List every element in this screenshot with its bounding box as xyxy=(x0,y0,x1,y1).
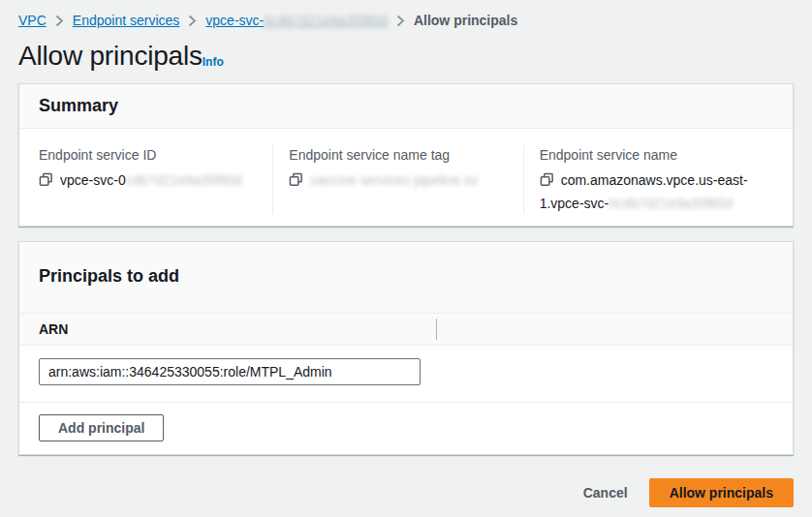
principals-card: Principals to add ARN Add principal xyxy=(18,241,794,455)
copy-icon[interactable] xyxy=(540,171,554,193)
column-header-arn: ARN xyxy=(19,319,437,340)
cancel-button[interactable]: Cancel xyxy=(570,479,641,506)
principals-table-header: ARN xyxy=(19,313,793,346)
breadcrumb-service-id-prefix: vpce-svc- xyxy=(205,13,264,28)
summary-body: Endpoint service ID vpce-svc-0c4b7d21e9a… xyxy=(19,129,793,226)
principals-heading: Principals to add xyxy=(39,266,773,287)
value-redacted: vaccine services pipeline sv xyxy=(310,172,478,188)
principals-card-footer: Add principal xyxy=(19,402,793,454)
copy-icon[interactable] xyxy=(289,171,303,193)
field-value: com.amazonaws.vpce.us-east-1.vpce-svc-0c… xyxy=(540,169,758,214)
breadcrumb-link-vpc[interactable]: VPC xyxy=(18,13,47,28)
copy-icon[interactable] xyxy=(39,171,53,193)
field-label: Endpoint service name tag xyxy=(289,145,507,165)
arn-input[interactable] xyxy=(39,358,421,385)
principal-row xyxy=(19,346,793,402)
summary-card: Summary Endpoint service ID vpce-svc-0c4… xyxy=(18,83,794,227)
summary-heading: Summary xyxy=(39,96,773,116)
chevron-right-icon xyxy=(188,15,197,27)
value-redacted: c4b7d21e9a35f80d xyxy=(126,172,242,188)
add-principal-button[interactable]: Add principal xyxy=(39,414,164,441)
summary-field-endpoint-service-name: Endpoint service name com.amazonaws.vpce… xyxy=(523,145,773,214)
breadcrumb-link-endpoint-services[interactable]: Endpoint services xyxy=(73,13,180,28)
field-value: vaccine services pipeline sv xyxy=(289,169,507,193)
summary-card-header: Summary xyxy=(19,84,793,129)
field-value: vpce-svc-0c4b7d21e9a35f80d xyxy=(39,169,257,193)
breadcrumb-link-endpoint-service-id[interactable]: vpce-svc-0c4b7d21e9a35f80d xyxy=(205,13,388,28)
summary-field-endpoint-service-name-tag: Endpoint service name tag vaccine servic… xyxy=(272,145,522,214)
chevron-right-icon xyxy=(55,15,64,27)
value-redacted: 0c4b7d21e9a35f80d xyxy=(609,196,733,211)
breadcrumb-current-page: Allow principals xyxy=(414,13,517,28)
field-label: Endpoint service ID xyxy=(39,145,257,165)
page-container: VPC Endpoint services vpce-svc-0c4b7d21e… xyxy=(0,0,812,507)
allow-principals-button[interactable]: Allow principals xyxy=(649,478,794,507)
value-visible: vpce-svc-0 xyxy=(60,172,126,188)
principals-card-header: Principals to add xyxy=(19,242,793,313)
summary-field-endpoint-service-id: Endpoint service ID vpce-svc-0c4b7d21e9a… xyxy=(39,145,272,214)
info-link[interactable]: Info xyxy=(203,55,224,69)
page-title-row: Allow principals Info xyxy=(18,41,794,72)
page-title: Allow principals xyxy=(18,41,203,72)
breadcrumb: VPC Endpoint services vpce-svc-0c4b7d21e… xyxy=(18,13,794,28)
footer-actions: Cancel Allow principals xyxy=(18,478,794,507)
chevron-right-icon xyxy=(396,15,405,27)
breadcrumb-service-id-redacted: 0c4b7d21e9a35f80d xyxy=(264,13,388,28)
field-label: Endpoint service name xyxy=(540,145,758,165)
